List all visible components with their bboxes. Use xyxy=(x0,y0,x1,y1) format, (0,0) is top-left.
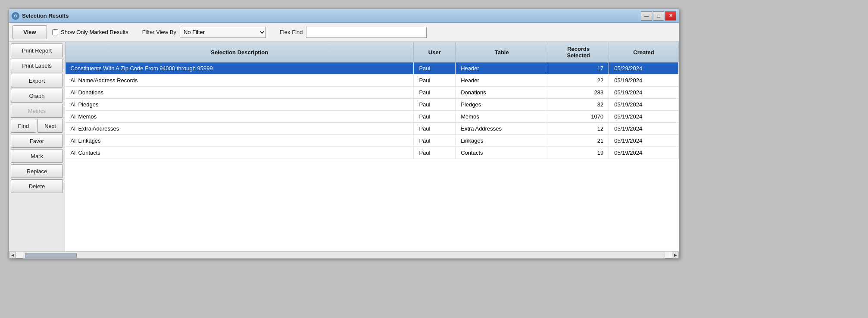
delete-button[interactable]: Delete xyxy=(11,179,63,193)
cell-user: Paul xyxy=(414,135,456,147)
table-row[interactable]: All LinkagesPaulLinkages2105/19/2024 xyxy=(66,135,679,147)
cell-records-selected: 283 xyxy=(548,87,609,99)
close-button[interactable]: ✕ xyxy=(665,11,676,21)
flex-find-section: Flex Find xyxy=(280,27,427,38)
cell-user: Paul xyxy=(414,87,456,99)
graph-button[interactable]: Graph xyxy=(11,89,63,103)
cell-table: Header xyxy=(456,62,548,75)
cell-description: All Memos xyxy=(66,111,414,123)
cell-user: Paul xyxy=(414,75,456,87)
cell-created: 05/19/2024 xyxy=(609,87,679,99)
next-button[interactable]: Next xyxy=(37,119,63,133)
scroll-right-arrow[interactable]: ▶ xyxy=(672,252,679,259)
cell-records-selected: 22 xyxy=(548,75,609,87)
cell-description: All Donations xyxy=(66,87,414,99)
cell-user: Paul xyxy=(414,123,456,135)
title-bar: ⊙ Selection Results — □ ✕ xyxy=(9,9,679,23)
cell-records-selected: 12 xyxy=(548,123,609,135)
print-labels-button[interactable]: Print Labels xyxy=(11,59,63,72)
cell-created: 05/29/2024 xyxy=(609,62,679,75)
table-row[interactable]: All PledgesPaulPledges3205/19/2024 xyxy=(66,99,679,111)
table-body: Constituents With A Zip Code From 94000 … xyxy=(66,62,679,159)
table-row[interactable]: Constituents With A Zip Code From 94000 … xyxy=(66,62,679,75)
col-header-created: Created xyxy=(609,42,679,62)
favor-button[interactable]: Favor xyxy=(11,134,63,148)
table-header-row: Selection Description User Table Records… xyxy=(66,42,679,62)
cell-description: All Name/Address Records xyxy=(66,75,414,87)
flex-find-input[interactable] xyxy=(306,27,427,38)
title-bar-left: ⊙ Selection Results xyxy=(12,12,69,20)
cell-records-selected: 17 xyxy=(548,62,609,75)
table-row[interactable]: All Name/Address RecordsPaulHeader2205/1… xyxy=(66,75,679,87)
replace-button[interactable]: Replace xyxy=(11,164,63,178)
col-header-table: Table xyxy=(456,42,548,62)
window-title: Selection Results xyxy=(22,12,69,19)
cell-created: 05/19/2024 xyxy=(609,99,679,111)
cell-records-selected: 19 xyxy=(548,147,609,159)
col-header-records-selected: RecordsSelected xyxy=(548,42,609,62)
cell-description: All Linkages xyxy=(66,135,414,147)
metrics-button[interactable]: Metrics xyxy=(11,104,63,118)
col-header-description: Selection Description xyxy=(66,42,414,62)
show-only-marked-text: Show Only Marked Results xyxy=(61,29,128,35)
cell-records-selected: 32 xyxy=(548,99,609,111)
minimize-button[interactable]: — xyxy=(641,11,652,21)
cell-table: Header xyxy=(456,75,548,87)
title-controls: — □ ✕ xyxy=(641,11,676,21)
cell-records-selected: 21 xyxy=(548,135,609,147)
cell-created: 05/19/2024 xyxy=(609,123,679,135)
cell-table: Donations xyxy=(456,87,548,99)
table-row[interactable]: All MemosPaulMemos107005/19/2024 xyxy=(66,111,679,123)
scroll-left-arrow[interactable]: ◀ xyxy=(9,252,16,259)
find-next-row: Find Next xyxy=(11,119,63,133)
cell-description: All Pledges xyxy=(66,99,414,111)
show-only-marked-checkbox[interactable] xyxy=(52,29,58,35)
horizontal-scrollbar[interactable]: ◀ ▶ xyxy=(9,251,679,258)
show-only-marked-label[interactable]: Show Only Marked Results xyxy=(52,29,128,35)
cell-description: All Extra Addresses xyxy=(66,123,414,135)
filter-view-by-label: Filter View By xyxy=(142,29,176,35)
cell-created: 05/19/2024 xyxy=(609,147,679,159)
cell-created: 05/19/2024 xyxy=(609,111,679,123)
maximize-button[interactable]: □ xyxy=(653,11,664,21)
mark-button[interactable]: Mark xyxy=(11,149,63,163)
table-row[interactable]: All DonationsPaulDonations28305/19/2024 xyxy=(66,87,679,99)
cell-user: Paul xyxy=(414,111,456,123)
results-table: Selection Description User Table Records… xyxy=(65,42,679,159)
cell-description: All Contacts xyxy=(66,147,414,159)
main-area: Print Report Print Labels Export Graph M… xyxy=(9,42,679,251)
cell-table: Memos xyxy=(456,111,548,123)
cell-table: Extra Addresses xyxy=(456,123,548,135)
h-scroll-thumb[interactable] xyxy=(25,253,77,258)
filter-view-by-select[interactable]: No Filter xyxy=(180,27,266,38)
sidebar: Print Report Print Labels Export Graph M… xyxy=(9,42,65,251)
table-row[interactable]: All ContactsPaulContacts1905/19/2024 xyxy=(66,147,679,159)
toolbar: View Show Only Marked Results Filter Vie… xyxy=(9,23,679,42)
table-container[interactable]: Selection Description User Table Records… xyxy=(65,42,679,251)
cell-user: Paul xyxy=(414,99,456,111)
filter-section: Filter View By No Filter xyxy=(142,27,266,38)
print-report-button[interactable]: Print Report xyxy=(11,44,63,57)
cell-records-selected: 1070 xyxy=(548,111,609,123)
h-scroll-track[interactable] xyxy=(23,252,665,259)
cell-table: Contacts xyxy=(456,147,548,159)
cell-created: 05/19/2024 xyxy=(609,75,679,87)
main-window: ⊙ Selection Results — □ ✕ View Show Only… xyxy=(9,9,679,259)
find-button[interactable]: Find xyxy=(11,119,36,133)
window-icon: ⊙ xyxy=(12,12,19,20)
flex-find-label: Flex Find xyxy=(280,29,303,35)
table-row[interactable]: All Extra AddressesPaulExtra Addresses12… xyxy=(66,123,679,135)
cell-created: 05/19/2024 xyxy=(609,135,679,147)
col-header-user: User xyxy=(414,42,456,62)
view-button[interactable]: View xyxy=(12,25,47,39)
export-button[interactable]: Export xyxy=(11,74,63,87)
cell-user: Paul xyxy=(414,147,456,159)
cell-table: Linkages xyxy=(456,135,548,147)
cell-user: Paul xyxy=(414,62,456,75)
cell-description: Constituents With A Zip Code From 94000 … xyxy=(66,62,414,75)
cell-table: Pledges xyxy=(456,99,548,111)
